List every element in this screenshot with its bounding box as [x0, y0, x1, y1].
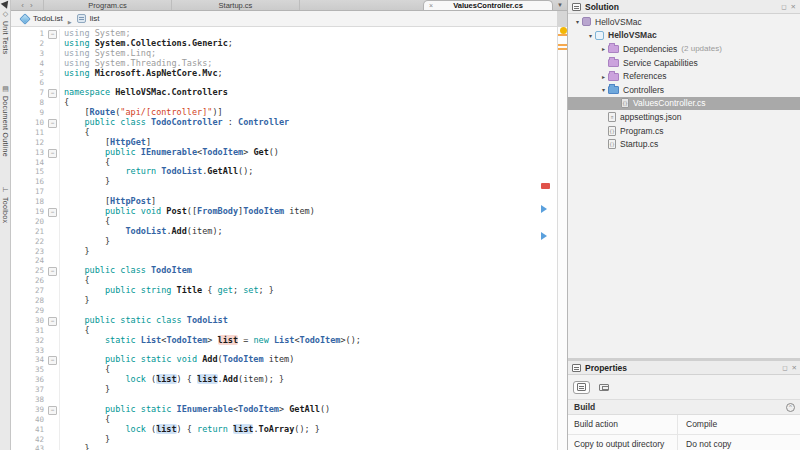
close-icon[interactable]: ✕	[791, 3, 796, 11]
tree-item-references[interactable]: ▸References	[568, 69, 800, 83]
overview-ruler[interactable]	[557, 27, 567, 450]
sidebar-item-toolbox[interactable]: ⊢Toolbox	[2, 186, 9, 223]
line-number[interactable]: 29	[11, 306, 47, 316]
tree-item-hellovsmac[interactable]: ▾HelloVSMac	[568, 15, 800, 29]
line-number[interactable]: 33	[11, 346, 47, 356]
code-line[interactable]: 16 }	[11, 177, 557, 187]
dock-icon[interactable]: ◻	[781, 3, 786, 11]
line-number[interactable]: 38	[11, 395, 47, 405]
line-number[interactable]: 23	[11, 247, 47, 257]
line-number[interactable]: 17	[11, 187, 47, 197]
line-number[interactable]: 40	[11, 415, 47, 425]
fold-marker-icon[interactable]	[47, 88, 60, 98]
tree-item-valuescontroller-cs[interactable]: {}ValuesController.cs	[568, 97, 800, 111]
line-number[interactable]: 21	[11, 227, 47, 237]
property-value[interactable]: Compile	[678, 415, 800, 434]
dock-icon[interactable]: ◻	[782, 364, 787, 372]
line-number[interactable]: 1	[11, 29, 47, 39]
line-number[interactable]: 25	[11, 266, 47, 276]
properties-view-button[interactable]	[573, 381, 590, 394]
tree-item-program-cs[interactable]: {}Program.cs	[568, 124, 800, 138]
line-number[interactable]: 41	[11, 425, 47, 435]
fold-marker-icon[interactable]	[47, 148, 60, 158]
line-number[interactable]: 11	[11, 128, 47, 138]
line-number[interactable]: 19	[11, 207, 47, 217]
line-number[interactable]: 14	[11, 158, 47, 168]
tab-startup.cs[interactable]: Startup.cs	[172, 0, 300, 10]
line-number[interactable]: 31	[11, 326, 47, 336]
fold-marker-icon[interactable]	[47, 118, 60, 128]
chevron-right-icon[interactable]: ▸	[599, 73, 608, 80]
sidebar-item-unit-tests[interactable]: ◇Unit Tests	[2, 10, 9, 55]
line-number[interactable]: 3	[11, 49, 47, 59]
line-number[interactable]: 28	[11, 296, 47, 306]
line-number[interactable]: 5	[11, 69, 47, 79]
line-number[interactable]: 30	[11, 316, 47, 326]
tree-item-controllers[interactable]: ▾Controllers	[568, 83, 800, 97]
code-line[interactable]: 7namespace HelloVSMac.Controllers	[11, 88, 557, 98]
breadcrumb-item-list[interactable]: list	[77, 14, 100, 23]
tree-item-appsettings-json[interactable]: ≡appsettings.json	[568, 110, 800, 124]
line-number[interactable]: 24	[11, 256, 47, 266]
code-line[interactable]: 28 }	[11, 296, 557, 306]
line-number[interactable]: 36	[11, 375, 47, 385]
code-line[interactable]: 32 static List<TodoItem> list = new List…	[11, 336, 557, 346]
line-number[interactable]: 4	[11, 59, 47, 69]
fold-marker-icon[interactable]	[47, 207, 60, 217]
code-line[interactable]: 43 }	[11, 444, 557, 450]
line-number[interactable]: 22	[11, 237, 47, 247]
fold-marker-icon[interactable]	[47, 355, 60, 365]
tree-item-service-capabilities[interactable]: Service Capabilities	[568, 56, 800, 70]
line-number[interactable]: 6	[11, 78, 47, 88]
line-number[interactable]: 42	[11, 435, 47, 445]
tab-overflow-icon[interactable]	[553, 0, 567, 10]
tree-item-dependencies[interactable]: ▸Dependencies(2 updates)	[568, 42, 800, 56]
line-number[interactable]: 15	[11, 167, 47, 177]
line-number[interactable]: 37	[11, 385, 47, 395]
breadcrumb-item-todolist[interactable]: TodoList	[21, 14, 63, 23]
code-line[interactable]: 10 public class TodoController : Control…	[11, 118, 557, 128]
tab-program.cs[interactable]: Program.cs	[44, 0, 172, 10]
back-icon[interactable]: ‹	[21, 1, 24, 10]
line-number[interactable]: 2	[11, 39, 47, 49]
line-number[interactable]: 18	[11, 197, 47, 207]
code-line[interactable]: 27 public string Title { get; set; }	[11, 286, 557, 296]
line-number[interactable]: 27	[11, 286, 47, 296]
line-number[interactable]: 8	[11, 98, 47, 108]
fold-marker-icon[interactable]	[47, 29, 60, 39]
sidebar-item-document-outline[interactable]: ▤Document Outline	[2, 85, 9, 157]
line-number[interactable]: 32	[11, 336, 47, 346]
forward-icon[interactable]: ›	[30, 1, 33, 10]
code-editor[interactable]: 1using System;2using System.Collections.…	[11, 27, 557, 450]
chevron-down-icon[interactable]: ▾	[573, 18, 582, 25]
property-value[interactable]: Do not copy	[678, 435, 800, 450]
chevron-right-icon[interactable]: ▸	[599, 45, 608, 52]
code-line[interactable]: 30 public static class TodoList	[11, 316, 557, 326]
line-number[interactable]: 13	[11, 148, 47, 158]
chevron-down-icon[interactable]: ▾	[599, 86, 608, 93]
line-number[interactable]: 20	[11, 217, 47, 227]
code-line[interactable]: 25 public class TodoItem	[11, 266, 557, 276]
code-line[interactable]: 42 }	[11, 435, 557, 445]
line-number[interactable]: 16	[11, 177, 47, 187]
fold-marker-icon[interactable]	[47, 405, 60, 415]
line-number[interactable]: 43	[11, 444, 47, 450]
line-number[interactable]: 7	[11, 88, 47, 98]
tab-valuescontroller.cs[interactable]: ValuesController.cs	[423, 0, 553, 10]
tree-item-startup-cs[interactable]: {}Startup.cs	[568, 137, 800, 151]
line-number[interactable]: 10	[11, 118, 47, 128]
line-number[interactable]: 12	[11, 138, 47, 148]
code-line[interactable]: 22 }	[11, 237, 557, 247]
line-number[interactable]: 39	[11, 405, 47, 415]
fold-marker-icon[interactable]	[47, 316, 60, 326]
code-line[interactable]: 37 }	[11, 385, 557, 395]
line-number[interactable]: 9	[11, 108, 47, 118]
tree-item-hellovsmac[interactable]: ▾HelloVSMac	[568, 29, 800, 43]
close-icon[interactable]: ✕	[792, 364, 797, 372]
events-view-button[interactable]	[595, 381, 612, 394]
collapse-icon[interactable]	[786, 403, 795, 412]
line-number[interactable]: 34	[11, 355, 47, 365]
fold-marker-icon[interactable]	[47, 266, 60, 276]
code-line[interactable]: 23 }	[11, 247, 557, 257]
line-number[interactable]: 35	[11, 365, 47, 375]
